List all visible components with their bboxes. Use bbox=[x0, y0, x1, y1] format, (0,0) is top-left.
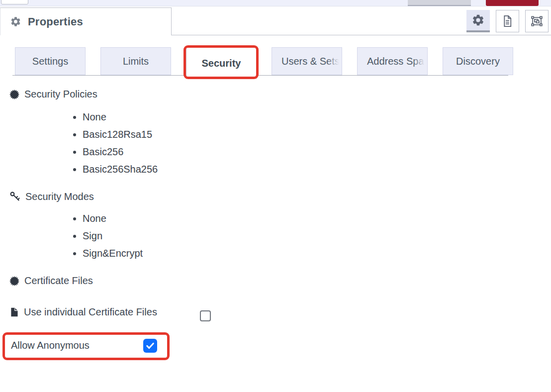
check-icon bbox=[145, 341, 155, 351]
tab-label: Address Spa bbox=[367, 56, 424, 67]
document-icon bbox=[501, 14, 514, 28]
security-modes-list: None Sign Sign&Encrypt bbox=[0, 210, 143, 262]
header-divider bbox=[172, 35, 551, 35]
partial-red-button[interactable] bbox=[486, 0, 539, 6]
tab-label: Settings bbox=[32, 56, 68, 67]
gear-icon bbox=[471, 13, 485, 27]
section-title: Security Policies bbox=[24, 89, 97, 100]
security-policies-list: None Basic128Rsa15 Basic256 Basic256Sha2… bbox=[0, 108, 158, 178]
allow-anonymous-row: Allow Anonymous bbox=[11, 340, 90, 351]
key-icon bbox=[9, 191, 21, 202]
list-item: None bbox=[83, 108, 158, 126]
tab-label: Limits bbox=[123, 56, 149, 67]
tab-address-space[interactable]: Address Spa bbox=[357, 47, 428, 75]
header-toolbar bbox=[466, 10, 549, 32]
tab-limits[interactable]: Limits bbox=[100, 47, 171, 75]
tab-label: Users & Sets bbox=[281, 56, 340, 67]
file-icon bbox=[9, 306, 19, 318]
use-individual-cert-checkbox[interactable] bbox=[200, 310, 211, 321]
panel-title: Properties bbox=[28, 15, 83, 28]
properties-tab[interactable]: Properties bbox=[0, 7, 172, 35]
list-item: Basic256Sha256 bbox=[83, 161, 158, 178]
seal-icon bbox=[9, 276, 20, 287]
checkbox-label: Allow Anonymous bbox=[11, 340, 90, 351]
checkbox-label: Use individual Certificate Files bbox=[24, 306, 157, 318]
section-certificate-files: Certificate Files bbox=[9, 275, 93, 287]
tab-users-sessions[interactable]: Users & Sets bbox=[272, 47, 342, 75]
gear-icon bbox=[10, 16, 21, 27]
use-individual-cert-row: Use individual Certificate Files bbox=[9, 306, 157, 318]
properties-settings-button[interactable] bbox=[466, 10, 490, 32]
tab-settings[interactable]: Settings bbox=[15, 47, 86, 75]
document-view-button[interactable] bbox=[496, 10, 519, 32]
tab-discovery[interactable]: Discovery bbox=[443, 47, 513, 75]
allow-anonymous-checkbox[interactable] bbox=[143, 339, 157, 353]
tab-label: Discovery bbox=[456, 56, 500, 67]
panel-header: Properties bbox=[0, 6, 551, 35]
list-item: Basic128Rsa15 bbox=[83, 126, 158, 143]
section-security-policies: Security Policies bbox=[9, 89, 97, 100]
tab-underline bbox=[12, 75, 508, 76]
seal-icon bbox=[9, 89, 20, 100]
partial-button-left[interactable] bbox=[1, 0, 28, 4]
top-strip bbox=[0, 0, 551, 6]
tab-bar: Settings Limits Security Users & Sets Ad… bbox=[0, 47, 551, 82]
diagram-view-button[interactable] bbox=[525, 10, 549, 32]
transform-icon bbox=[530, 14, 544, 28]
list-item: Sign bbox=[83, 227, 143, 245]
tab-security[interactable]: Security bbox=[186, 47, 257, 79]
list-item: Basic256 bbox=[83, 143, 158, 161]
section-security-modes: Security Modes bbox=[9, 191, 94, 202]
section-title: Security Modes bbox=[25, 191, 94, 202]
list-item: None bbox=[83, 210, 143, 227]
section-title: Certificate Files bbox=[24, 275, 93, 287]
partial-gray-button[interactable] bbox=[408, 0, 471, 6]
properties-panel: Properties Settings Limits Security User… bbox=[0, 0, 551, 392]
tab-label: Security bbox=[202, 58, 241, 69]
list-item: Sign&Encrypt bbox=[83, 245, 143, 262]
